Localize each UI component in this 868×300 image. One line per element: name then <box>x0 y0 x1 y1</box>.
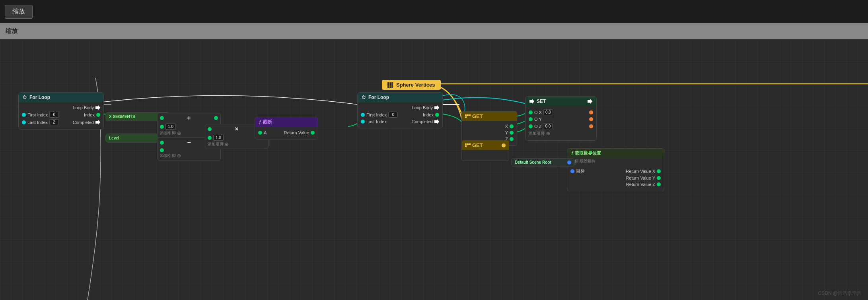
for-loop-1-header: ⏱ For Loop <box>19 93 103 102</box>
gwl-rv-x-label: Return Value X <box>626 169 655 174</box>
set-addpin-icon[interactable]: ⊕ <box>546 131 550 136</box>
default-scene-root-node[interactable]: Default Scene Root <box>511 158 575 166</box>
sub-pin-label: 添加引脚 <box>160 153 176 159</box>
connections-svg <box>0 39 868 300</box>
mul-symbol: × <box>235 126 238 132</box>
fl2-first-index-val[interactable]: 0 <box>388 112 398 118</box>
gwl-rv-y-label: Return Value Y <box>626 176 655 180</box>
index-out-label: Index <box>84 112 95 117</box>
get-1-x-label: X <box>505 124 508 129</box>
truncate-body: A Return Value <box>255 127 318 139</box>
get-1-x-pin <box>510 124 514 128</box>
for-loop-1-node[interactable]: ⏱ For Loop Loop Body First Index 0 Index… <box>18 92 104 130</box>
index-out-pin <box>96 113 100 117</box>
fl2-last-index-in-pin <box>361 120 365 124</box>
set-ox-row: O X 0.0 <box>525 108 596 116</box>
get-2-grid-icon <box>465 143 471 147</box>
set-ox-out-pin <box>589 110 593 114</box>
fl2-first-index-row: First Index 0 Index <box>358 111 442 118</box>
get-2-title: GET <box>472 142 483 148</box>
gwl-title: 获取世界位置 <box>575 151 601 155</box>
for-loop-2-node[interactable]: ⏱ For Loop Loop Body First Index 0 Index… <box>357 92 443 128</box>
add-plus-icon[interactable]: ⊕ <box>177 130 181 136</box>
set-addpin-label: 添加引脚 <box>529 131 545 136</box>
subheader-label: 缩放 <box>6 27 18 35</box>
add-in-pin-1 <box>160 116 164 120</box>
fl2-index-out-pin <box>435 113 439 117</box>
gwl-target-row: 目标 Return Value X <box>567 167 664 175</box>
sub-in-pin-1 <box>160 141 164 145</box>
get-2-node[interactable]: GET <box>461 140 509 161</box>
for-loop-2-body: Loop Body First Index 0 Index Last Index… <box>358 102 442 128</box>
canvas-area[interactable]: ⏱ For Loop Loop Body First Index 0 Index… <box>0 39 868 300</box>
sub-in-pin-2 <box>160 148 164 152</box>
first-index-in-pin <box>22 113 26 117</box>
mul-pin-label: 添加引脚 <box>208 141 224 147</box>
fl2-loop-body-label: Loop Body <box>412 105 433 110</box>
for-loop-1-body: Loop Body First Index 0 Index Last Index… <box>19 102 103 129</box>
gwl-body: 目标 Return Value X Return Value Y Return … <box>567 165 664 191</box>
loop-body-row: Loop Body <box>19 105 103 111</box>
sphere-vertices-node[interactable]: Sphere Vertices <box>382 80 441 90</box>
fl2-index-out-label: Index <box>423 112 434 117</box>
x-segments-title: X SEGMENTS <box>109 114 135 119</box>
fl2-completed-out-pin <box>434 119 439 124</box>
set-oz-value[interactable]: 0.0 <box>543 123 553 129</box>
last-index-label: Last Index <box>27 120 48 125</box>
set-oz-label: O Z <box>534 124 541 129</box>
first-index-label: First Index <box>27 112 48 117</box>
gwl-rv-y-row: Return Value Y <box>567 175 664 181</box>
gwl-rv-y-pin <box>657 176 661 180</box>
add-symbol: + <box>187 115 191 121</box>
get-1-y-row: Y <box>462 130 517 136</box>
set-oz-in-pin <box>529 124 533 128</box>
gwl-rv-z-pin <box>657 182 661 186</box>
add-pin-label: 添加引脚 <box>160 130 176 136</box>
level-title: Level <box>109 136 119 140</box>
get-1-y-pin <box>510 131 514 135</box>
add-value: 1.0 <box>165 124 176 130</box>
first-index-row: First Index 0 Index <box>19 111 103 118</box>
sphere-vertices-grid-icon <box>387 82 393 88</box>
truncate-rv-pin <box>311 131 315 135</box>
truncate-node[interactable]: ƒ 截断 A Return Value <box>255 117 318 139</box>
gwl-target-label: 目标 <box>576 168 585 174</box>
get-1-z-pin <box>510 137 514 141</box>
zoom-button[interactable]: 缩放 <box>5 5 33 19</box>
sub-plus-icon[interactable]: ⊕ <box>177 153 181 159</box>
for-loop-2-title: For Loop <box>368 95 389 100</box>
truncate-title: 截断 <box>263 119 272 125</box>
get-2-header: GET <box>462 141 509 150</box>
set-node[interactable]: SET O X 0.0 O Y O Z 0.0 <box>525 96 597 141</box>
mul-plus-icon[interactable]: ⊕ <box>225 141 229 147</box>
get-1-header: GET <box>462 112 517 121</box>
fl2-first-index-label: First Index <box>366 112 387 117</box>
add-in-pin-2 <box>160 125 164 129</box>
set-oz-out-pin <box>589 124 593 128</box>
first-index-value[interactable]: 0 <box>49 112 59 118</box>
fl2-completed-out-label: Completed <box>412 119 433 124</box>
last-index-row: Last Index 2 Completed <box>19 118 103 126</box>
truncate-a-in-pin <box>258 131 262 135</box>
get-1-y-label: Y <box>505 130 508 135</box>
dsr-header: Default Scene Root <box>512 159 574 166</box>
set-body: O X 0.0 O Y O Z 0.0 添加引脚 ⊕ <box>525 106 596 140</box>
loop-body-label: Loop Body <box>73 105 94 110</box>
gwl-subtitle: 目标 场景组件 <box>567 158 664 165</box>
set-oy-row: O Y <box>525 116 596 122</box>
get-1-grid-icon <box>465 114 471 118</box>
for-loop-2-header: ⏱ For Loop <box>358 93 442 102</box>
truncate-a-row: A Return Value <box>255 130 318 136</box>
last-index-value[interactable]: 2 <box>49 119 59 125</box>
set-oy-label: O Y <box>534 117 542 122</box>
get-world-location-node[interactable]: ƒ 获取世界位置 目标 场景组件 目标 Return Value X Retur… <box>567 148 664 191</box>
fl2-last-index-label: Last Index <box>366 119 387 124</box>
sphere-vertices-title: Sphere Vertices <box>396 82 435 88</box>
set-ox-value[interactable]: 0.0 <box>543 109 553 115</box>
get-1-x-row: X <box>462 123 517 130</box>
set-exec-in <box>529 99 534 104</box>
sub-symbol: − <box>187 139 191 146</box>
dsr-label: Default Scene Root <box>515 160 551 165</box>
gwl-rv-z-label: Return Value Z <box>626 182 655 187</box>
watermark: CSDN @浩浩浩浩浩 <box>818 290 862 297</box>
